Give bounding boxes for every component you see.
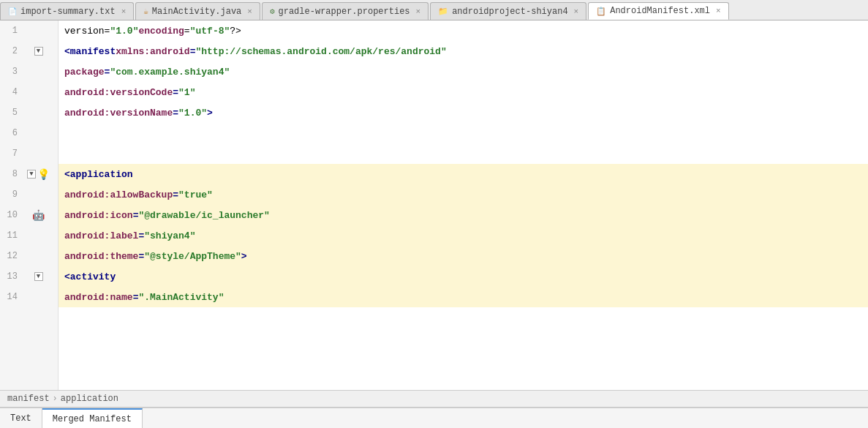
fold-icon[interactable]: ▼ — [27, 170, 36, 179]
code-line — [59, 143, 868, 164]
code-line: android:icon="@drawable/ic_launcher" — [59, 205, 868, 225]
line-number: 12 — [0, 251, 22, 261]
gutter-icons: 🤖 — [22, 209, 55, 222]
tab-label: MainActivity.java — [152, 7, 241, 17]
gutter-row-9: 9 — [0, 184, 58, 205]
code-area[interactable]: version="1.0" encoding="utf-8"?><manifes… — [59, 20, 868, 390]
bottom-tabs: TextMerged Manifest — [0, 408, 868, 428]
android-icon: 🤖 — [32, 209, 45, 222]
gutter-icons: ▼ — [22, 47, 55, 56]
gutter-icons: ▼💡 — [22, 168, 55, 181]
line-number: 3 — [0, 67, 22, 77]
tab-label: AndroidManifest.xml — [610, 6, 710, 16]
breadcrumb-bar: manifest › application — [0, 390, 868, 408]
gutter-row-1: 1 — [0, 20, 58, 41]
code-line: <manifest xmlns:android="http://schemas.… — [59, 41, 868, 61]
line-number: 2 — [0, 46, 22, 56]
tab-androidproject[interactable]: 📁androidproject-shiyan4× — [430, 2, 586, 20]
tab-label: androidproject-shiyan4 — [452, 7, 567, 17]
hint-bulb-icon[interactable]: 💡 — [37, 168, 50, 181]
tab-close-icon[interactable]: × — [416, 7, 421, 16]
code-line: android:versionName="1.0" > — [59, 102, 868, 123]
tab-label: gradle-wrapper.properties — [279, 7, 410, 17]
line-number: 9 — [0, 189, 22, 200]
breadcrumb-separator: › — [53, 394, 58, 404]
line-number: 11 — [0, 230, 22, 241]
tab-import-summary[interactable]: 📄import-summary.txt× — [0, 2, 134, 20]
tab-bar: 📄import-summary.txt×☕MainActivity.java×⚙… — [0, 0, 868, 20]
line-number: 4 — [0, 87, 22, 97]
bottom-tab-text[interactable]: Text — [0, 408, 42, 428]
bottom-tab-merged-manifest[interactable]: Merged Manifest — [42, 408, 143, 428]
gutter-row-6: 6 — [0, 123, 58, 143]
gutter-row-10: 10🤖 — [0, 205, 58, 225]
gutter-row-14: 14 — [0, 287, 58, 307]
fold-icon[interactable]: ▼ — [34, 272, 43, 281]
tab-close-icon[interactable]: × — [247, 7, 252, 16]
code-line: android:theme="@style/AppTheme" > — [59, 246, 868, 266]
code-line: package="com.example.shiyan4" — [59, 61, 868, 82]
gutter-row-11: 11 — [0, 225, 58, 246]
gutter-row-12: 12 — [0, 246, 58, 266]
line-number: 14 — [0, 292, 22, 302]
code-line: version="1.0" encoding="utf-8"?> — [59, 20, 868, 41]
code-line: android:versionCode="1" — [59, 82, 868, 102]
code-line: android:label="shiyan4" — [59, 225, 868, 246]
tab-close-icon[interactable]: × — [574, 7, 579, 16]
code-line: <application — [59, 164, 868, 184]
gutter-row-13: 13▼ — [0, 266, 58, 287]
tab-gradle-wrapper[interactable]: ⚙gradle-wrapper.properties× — [262, 2, 429, 20]
line-number: 13 — [0, 271, 22, 282]
gutter-icons: ▼ — [22, 272, 55, 281]
gutter: 12▼345678▼💡910🤖111213▼14 — [0, 20, 59, 390]
code-line: android:name=".MainActivity" — [59, 287, 868, 307]
code-line — [59, 123, 868, 143]
tab-close-icon[interactable]: × — [716, 7, 721, 15]
code-line: android:allowBackup="true" — [59, 184, 868, 205]
gutter-row-4: 4 — [0, 82, 58, 102]
breadcrumb-item[interactable]: manifest — [7, 394, 50, 404]
gutter-row-7: 7 — [0, 143, 58, 164]
line-number: 8 — [0, 169, 22, 179]
line-number: 5 — [0, 108, 22, 118]
gutter-row-8: 8▼💡 — [0, 164, 58, 184]
code-line: <activity — [59, 266, 868, 287]
gutter-row-2: 2▼ — [0, 41, 58, 61]
tab-mainactivity[interactable]: ☕MainActivity.java× — [135, 2, 260, 20]
fold-icon[interactable]: ▼ — [34, 47, 43, 56]
breadcrumb-item[interactable]: application — [61, 394, 118, 404]
line-number: 1 — [0, 26, 22, 36]
gutter-row-5: 5 — [0, 102, 58, 123]
tab-androidmanifest[interactable]: 📋AndroidManifest.xml× — [588, 2, 728, 20]
tab-label: import-summary.txt — [20, 7, 116, 17]
editor-area: 12▼345678▼💡910🤖111213▼14 version="1.0" e… — [0, 20, 868, 390]
line-number: 6 — [0, 128, 22, 138]
code-content: version="1.0" encoding="utf-8"?><manifes… — [59, 20, 868, 307]
tab-close-icon[interactable]: × — [121, 7, 127, 16]
line-number: 7 — [0, 149, 22, 159]
gutter-row-3: 3 — [0, 61, 58, 82]
line-number: 10 — [0, 210, 22, 220]
